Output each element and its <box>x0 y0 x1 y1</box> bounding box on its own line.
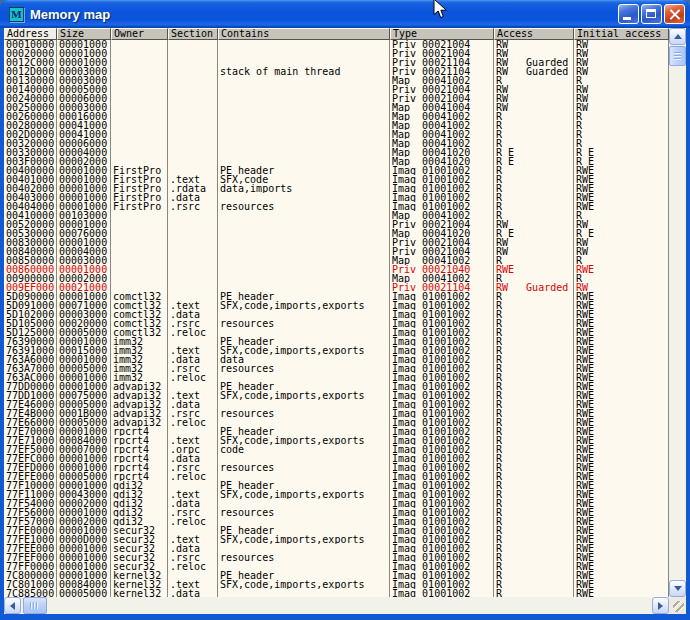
table-row[interactable]: 5D09000000001000comctl32PE headerImag 01… <box>4 292 669 301</box>
table-row[interactable]: 0013000000003000Map 00041002RR <box>4 76 669 85</box>
cell-access: R <box>494 508 574 517</box>
table-row[interactable]: 77FE000000001000secur32PE headerImag 010… <box>4 526 669 535</box>
table-row[interactable]: 77F1100000043000gdi32.textSFX,code,impor… <box>4 490 669 499</box>
cell-owner: rpcrt4 <box>111 472 168 481</box>
table-row[interactable]: 77F1000000001000gdi32PE headerImag 01001… <box>4 481 669 490</box>
table-row[interactable]: 0028000000041000Map 00041002RR <box>4 121 669 130</box>
cell-address: 00410000 <box>4 211 57 220</box>
table-row[interactable]: 77E7000000001000rpcrt4PE headerImag 0100… <box>4 427 669 436</box>
table-row[interactable]: 0086000000001000Priv 00021040RWERWE <box>4 265 669 274</box>
table-row[interactable]: 77F5700000002000gdi32.relocImag 01001002… <box>4 517 669 526</box>
table-row[interactable]: 0040100000001000FirstPro.textSFX,codeIma… <box>4 175 669 184</box>
scroll-right-button[interactable] <box>652 597 669 614</box>
column-header-access[interactable]: Access <box>494 28 574 40</box>
table-row[interactable]: 77DD000000001000advapi32PE headerImag 01… <box>4 382 669 391</box>
table-row[interactable]: 0040000000001000FirstProPE headerImag 01… <box>4 166 669 175</box>
table-row[interactable]: 0012D00000003000stack of main threadPriv… <box>4 67 669 76</box>
table-row[interactable]: 5D10200000003000comctl32.dataImag 010010… <box>4 310 669 319</box>
resize-grip[interactable] <box>669 597 686 614</box>
table-row[interactable]: 0024000000006000Priv 00021004RWRW <box>4 94 669 103</box>
table-row[interactable]: 77E6600000005000advapi32.relocImag 01001… <box>4 418 669 427</box>
table-row[interactable]: 77FEE00000001000secur32.dataImag 0100100… <box>4 544 669 553</box>
table-row[interactable]: 0026000000016000Map 00041002RR <box>4 112 669 121</box>
table-row[interactable]: 0041000000103000Map 00041002RR <box>4 211 669 220</box>
column-header-section[interactable]: Section <box>168 28 218 40</box>
table-row[interactable]: 5D10500000020000comctl32.rsrcresourcesIm… <box>4 319 669 328</box>
table-row[interactable]: 0083000000001000Priv 00021004RWRW <box>4 238 669 247</box>
table-row[interactable]: 0052000000001000Priv 00021004RWRW <box>4 220 669 229</box>
table-row[interactable]: 763A700000005000imm32.rsrcresourcesImag … <box>4 364 669 373</box>
table-row[interactable]: 7C80000000001000kernel32PE headerImag 01… <box>4 571 669 580</box>
table-row[interactable]: 009EF00000021000Priv 00021104RW GuardedR… <box>4 283 669 292</box>
memory-map-icon[interactable]: M <box>9 7 24 22</box>
table-row[interactable]: 0085000000003000Map 00041002RR <box>4 256 669 265</box>
table-row[interactable]: 7C80100000084000kernel32.textSFX,code,im… <box>4 580 669 589</box>
cell-size: 00084000 <box>57 436 111 445</box>
column-header-initial-access[interactable]: Initial access <box>574 28 669 40</box>
column-header-address[interactable]: Address <box>4 28 57 40</box>
horizontal-scrollbar[interactable] <box>4 597 669 614</box>
table-row[interactable]: 77F5600000001000gdi32.rsrcresourcesImag … <box>4 508 669 517</box>
horizontal-scroll-track[interactable] <box>21 597 652 614</box>
table-row[interactable]: 77FE10000000D000secur32.textSFX,code,imp… <box>4 535 669 544</box>
column-header-type[interactable]: Type <box>390 28 494 40</box>
table-row[interactable]: 0053000000076000Map 00041020R ER E <box>4 229 669 238</box>
table-row[interactable]: 77EFD00000001000rpcrt4.rsrcresourcesImag… <box>4 463 669 472</box>
titlebar[interactable]: M Memory map <box>0 0 690 28</box>
table-row[interactable]: 7C88500000005000kernel32.dataImag 010010… <box>4 589 669 597</box>
table-row[interactable]: 77DD100000075000advapi32.textSFX,code,im… <box>4 391 669 400</box>
table-row[interactable]: 0032000000006000Map 00041002RR <box>4 139 669 148</box>
cell-address: 002D0000 <box>4 130 57 139</box>
cell-initial-access: RW <box>574 58 669 67</box>
table-row[interactable]: 0040400000001000FirstPro.rsrcresourcesIm… <box>4 202 669 211</box>
table-row[interactable]: 77E7100000084000rpcrt4.textSFX,code,impo… <box>4 436 669 445</box>
table-row[interactable]: 0040200000001000FirstPro.rdatadata,impor… <box>4 184 669 193</box>
table-row[interactable]: 0033000000004000Map 00041020R ER E <box>4 148 669 157</box>
table-row[interactable]: 7639000000001000imm32PE headerImag 01001… <box>4 337 669 346</box>
table-row[interactable]: 5D09100000071000comctl32.textSFX,code,im… <box>4 301 669 310</box>
cell-access: RW <box>494 220 574 229</box>
cell-contains <box>218 58 390 67</box>
table-row[interactable]: 002D000000041000Map 00041002RR <box>4 130 669 139</box>
scroll-left-button[interactable] <box>4 597 21 614</box>
table-row[interactable]: 77E4B0000001B000advapi32.rsrcresourcesIm… <box>4 409 669 418</box>
table-row[interactable]: 0040300000001000FirstPro.dataImag 010010… <box>4 193 669 202</box>
table-row[interactable]: 7639100000015000imm32.textSFX,code,impor… <box>4 346 669 355</box>
table-row[interactable]: 0001000000001000Priv 00021004RWRW <box>4 40 669 49</box>
table-row[interactable]: 0084000000004000Priv 00021004RWRW <box>4 247 669 256</box>
column-header-contains[interactable]: Contains <box>218 28 390 40</box>
table-row[interactable]: 0012C00000001000Priv 00021104RW GuardedR… <box>4 58 669 67</box>
table-row[interactable]: 0002000000001000Priv 00021004RWRW <box>4 49 669 58</box>
table-row[interactable]: 77EFC00000001000rpcrt4.dataImag 01001002… <box>4 454 669 463</box>
cell-access: R <box>494 130 574 139</box>
minimize-button[interactable] <box>618 4 639 24</box>
table-row[interactable]: 003F000000002000Map 00041020R ER E <box>4 157 669 166</box>
cell-section <box>168 94 218 103</box>
table-row[interactable]: 763AC00000001000imm32.relocImag 01001002… <box>4 373 669 382</box>
table-row[interactable]: 0025000000003000Map 00041004RWRW <box>4 103 669 112</box>
column-header-size[interactable]: Size <box>57 28 111 40</box>
table-row[interactable]: 77EF500000007000rpcrt4.orpccodeImag 0100… <box>4 445 669 454</box>
horizontal-scroll-thumb[interactable] <box>23 597 47 614</box>
column-header-owner[interactable]: Owner <box>111 28 168 40</box>
table-row[interactable]: 77F5400000002000gdi32.dataImag 01001002R… <box>4 499 669 508</box>
cell-section <box>168 526 218 535</box>
table-row[interactable]: 0014000000005000Priv 00021004RWRW <box>4 85 669 94</box>
table-row[interactable]: 77FEF00000001000secur32.rsrcresourcesIma… <box>4 553 669 562</box>
vertical-scroll-thumb[interactable] <box>669 46 686 66</box>
maximize-button[interactable] <box>641 4 662 24</box>
table-row[interactable]: 77E4600000005000advapi32.dataImag 010010… <box>4 400 669 409</box>
scroll-down-button[interactable] <box>669 580 686 597</box>
table-row[interactable]: 763A600000001000imm32.datadataImag 01001… <box>4 355 669 364</box>
vertical-scrollbar[interactable] <box>669 28 686 597</box>
table-row[interactable]: 0090000000002000Map 00041002RR <box>4 274 669 283</box>
table-row[interactable]: 77EFE00000005000rpcrt4.relocImag 0100100… <box>4 472 669 481</box>
cell-address: 009EF000 <box>4 283 57 292</box>
table-row[interactable]: 77FF000000001000secur32.relocImag 010010… <box>4 562 669 571</box>
table-row[interactable]: 5D12500000005000comctl32.relocImag 01001… <box>4 328 669 337</box>
close-button[interactable] <box>664 4 685 24</box>
cell-contains: PE header <box>218 337 390 346</box>
scroll-up-button[interactable] <box>669 28 686 45</box>
cell-access: R <box>494 364 574 373</box>
vertical-scroll-track[interactable] <box>669 45 686 580</box>
